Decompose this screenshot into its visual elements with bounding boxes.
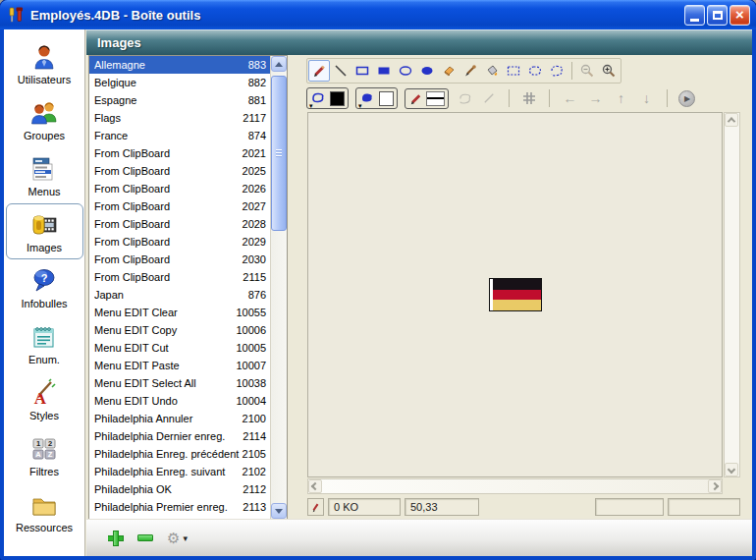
background-color-picker[interactable]: ▾: [355, 87, 398, 109]
list-item[interactable]: Menu EDIT Select All10038: [89, 374, 270, 392]
list-item[interactable]: Philadelphia Dernier enreg.2114: [89, 427, 270, 445]
filled-rectangle-tool[interactable]: [373, 60, 395, 82]
list-item[interactable]: Philadelphia Annuler2100: [89, 410, 270, 427]
grid-tool[interactable]: [520, 89, 538, 107]
list-item[interactable]: Menu EDIT Cut10005: [89, 339, 270, 357]
lasso-selection-tool[interactable]: [546, 60, 567, 82]
minimize-button[interactable]: [684, 5, 705, 26]
move-left-button[interactable]: ←: [561, 89, 579, 108]
list-item[interactable]: Philadelphia OK2112: [89, 480, 270, 498]
zoom-in-tool[interactable]: [598, 60, 620, 82]
background-color-swatch: [379, 91, 394, 106]
oval-selection-tool[interactable]: [524, 60, 546, 82]
image-id: 2100: [243, 413, 266, 424]
canvas-scroll-down-button[interactable]: [725, 463, 738, 476]
list-item[interactable]: Menu EDIT Clear10055: [89, 304, 270, 321]
sidebar-item-utilisateurs[interactable]: Utilisateurs: [6, 35, 83, 91]
scrollbar-thumb[interactable]: [271, 76, 287, 231]
status-extra-field-2: [668, 498, 740, 516]
list-item[interactable]: Flags2117: [89, 109, 270, 127]
sidebar-item-menus[interactable]: Menus: [6, 147, 83, 203]
list-item[interactable]: From ClipBoard2025: [89, 162, 270, 180]
close-button[interactable]: ×: [729, 5, 750, 26]
foreground-color-picker[interactable]: ▾: [306, 87, 349, 109]
sidebar-item-infobulles[interactable]: ? Infobulles: [6, 259, 83, 315]
toolbar-separator: [549, 89, 550, 107]
list-item[interactable]: Philadelphia Enreg. suivant2102: [89, 463, 270, 480]
image-id: 2029: [243, 236, 266, 248]
list-item[interactable]: Philadelphia Enreg. précédent2105: [89, 445, 270, 463]
arrow-down-icon: ↓: [643, 90, 650, 106]
move-down-button[interactable]: ↓: [637, 89, 656, 108]
list-item[interactable]: Japan876: [89, 286, 270, 304]
filled-oval-tool[interactable]: [416, 60, 438, 82]
list-item[interactable]: From ClipBoard2021: [89, 144, 270, 162]
list-item[interactable]: Espagne881: [89, 91, 270, 109]
list-item[interactable]: Menu EDIT Paste10007: [89, 357, 270, 374]
list-item[interactable]: Belgique882: [89, 74, 270, 91]
paint-bucket-tool[interactable]: [481, 60, 503, 82]
list-item[interactable]: Menu EDIT Copy10006: [89, 321, 270, 339]
scroll-down-button[interactable]: [271, 503, 287, 519]
canvas[interactable]: [307, 112, 723, 477]
list-item[interactable]: Menu EDIT Undo10004: [89, 392, 270, 410]
image-id: 2117: [243, 112, 266, 124]
list-scrollbar[interactable]: [270, 56, 287, 519]
sidebar-item-ressources[interactable]: Ressources: [6, 483, 83, 539]
canvas-scroll-up-button[interactable]: [725, 113, 738, 127]
zoom-out-tool[interactable]: [576, 60, 598, 82]
list-item[interactable]: France874: [89, 127, 270, 144]
list-item[interactable]: From ClipBoard2027: [89, 197, 270, 215]
rect-selection-tool[interactable]: [503, 60, 524, 82]
canvas-scroll-left-button[interactable]: [308, 479, 322, 493]
move-right-button[interactable]: →: [586, 89, 605, 108]
list-item[interactable]: From ClipBoard2030: [89, 251, 270, 268]
sidebar-item-groupes[interactable]: Groupes: [6, 91, 83, 147]
move-up-button[interactable]: ↑: [612, 89, 630, 108]
tooltip-icon: ?: [28, 265, 60, 297]
foreground-color-swatch: [330, 91, 345, 106]
toolbar-separator: [571, 62, 572, 80]
title-bar[interactable]: Employés.4DB - Boîte outils ×: [0, 0, 756, 29]
sidebar-item-filtres[interactable]: 1 2 A Z Filtres: [6, 427, 83, 483]
image-name: Allemagne: [94, 59, 248, 71]
scroll-up-button[interactable]: [271, 56, 287, 72]
sidebar-item-enum[interactable]: Enum.: [6, 315, 83, 371]
play-button[interactable]: ▶: [678, 90, 695, 107]
image-name: Belgique: [94, 77, 248, 88]
add-button[interactable]: [108, 531, 124, 546]
list-item[interactable]: From ClipBoard2028: [89, 215, 270, 233]
canvas-hscrollbar[interactable]: [307, 478, 723, 494]
images-icon: [28, 209, 60, 241]
list-item[interactable]: From ClipBoard2026: [89, 180, 270, 197]
image-name: From ClipBoard: [94, 253, 243, 265]
chevron-down-icon: [728, 466, 735, 474]
lasso-option-icon[interactable]: [456, 89, 473, 107]
arrow-right-icon: →: [589, 90, 603, 106]
list-item[interactable]: Allemagne883: [89, 56, 270, 74]
remove-button[interactable]: [137, 534, 153, 541]
line-tool[interactable]: [330, 60, 351, 82]
sidebar-item-label: Images: [27, 242, 62, 253]
line-option-icon[interactable]: [480, 89, 498, 107]
image-id: 2027: [243, 200, 266, 212]
actions-menu-button[interactable]: ⚙ ▾: [167, 531, 188, 545]
canvas-scroll-right-button[interactable]: [708, 479, 722, 493]
line-width-picker[interactable]: [405, 88, 449, 109]
sidebar-item-styles[interactable]: A Styles: [6, 371, 83, 427]
rectangle-tool[interactable]: [351, 60, 373, 82]
eyedropper-tool[interactable]: [459, 60, 481, 82]
toolbar-separator: [667, 89, 668, 107]
maximize-button[interactable]: [707, 5, 728, 26]
svg-text:?: ?: [41, 272, 48, 284]
oval-tool[interactable]: [395, 60, 416, 82]
list-item[interactable]: From ClipBoard2115: [89, 268, 270, 286]
eraser-tool[interactable]: [438, 60, 459, 82]
list-item[interactable]: Philadelphia Premier enreg.2113: [89, 498, 270, 516]
image-id: 10004: [236, 395, 266, 407]
pencil-tool[interactable]: [308, 60, 330, 82]
sidebar-item-images[interactable]: Images: [6, 203, 83, 259]
canvas-vscrollbar[interactable]: [724, 112, 740, 477]
image-id: 882: [248, 77, 266, 88]
list-item[interactable]: From ClipBoard2029: [89, 233, 270, 251]
